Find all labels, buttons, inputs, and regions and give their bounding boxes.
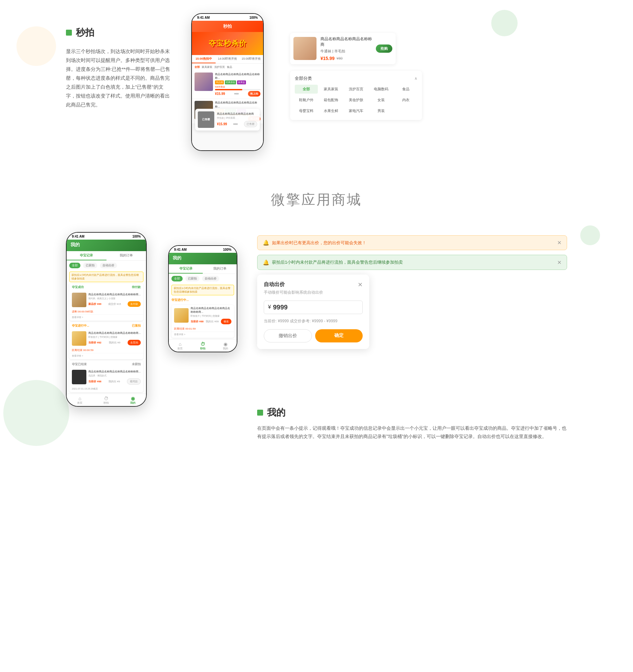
price-new-right: ¥15.99: [321, 56, 335, 61]
cat-food[interactable]: 食品: [227, 65, 232, 69]
cat-item-mens[interactable]: 男装: [370, 106, 393, 115]
bottom-nav-flash-mid[interactable]: ⏱ 秒拍: [191, 341, 214, 350]
divider-title: 微擎应用商城: [271, 192, 362, 207]
btn-modify-mid[interactable]: 修改: [221, 319, 231, 324]
phone-header-flash: 秒拍: [192, 21, 263, 32]
order-body-2: 商品名称商品名称商品名称商品名称称称商... 即食套片 | 节约时间 | 您随缘…: [69, 330, 143, 347]
title-bar-mine: [257, 410, 263, 415]
btn-grab-1[interactable]: 抢上拍: [248, 91, 260, 97]
order-body-3: 商品名称商品名称商品名称商品名称称称商... 流品具 · 潮流款式 当前价 ¥8…: [69, 368, 143, 386]
cat-item-all[interactable]: 全部: [295, 85, 318, 94]
btn-confirm-bid[interactable]: 确定: [315, 329, 362, 342]
product-img-1: [194, 72, 213, 91]
filter-all[interactable]: 全部: [69, 263, 80, 268]
order-countdown-1: 进剩 00:00:59付款: [69, 309, 143, 315]
nav-tab-orders-mid[interactable]: 我的订单: [203, 264, 237, 273]
nav-tab-records[interactable]: 夺宝记录: [67, 251, 107, 260]
order-detail-link-1[interactable]: 查看详情 >: [69, 315, 143, 321]
product-progress-1: [215, 89, 260, 90]
cat-item-fresh[interactable]: 水果生鲜: [320, 106, 343, 115]
dialog-close-icon[interactable]: ✕: [358, 281, 362, 288]
cat-item-food[interactable]: 食品: [394, 85, 417, 94]
section-flash-sale: 秒拍 显示三个秒拍场次，到达场次时间时开始秒杀末到场次时间可以提醒用户。多种类型…: [0, 0, 633, 177]
nav-tab-orders[interactable]: 我的订单: [107, 251, 146, 260]
btn-grab-right[interactable]: 抢购: [376, 45, 392, 53]
order-info-3: 商品名称商品名称商品名称商品名称称称商... 流品具 · 潮流款式 当前价 ¥8…: [88, 370, 141, 385]
order-header-1: 夺宝成功 待付款: [69, 283, 143, 291]
cat-item-womens[interactable]: 女装: [370, 96, 393, 104]
btn-missed-3[interactable]: 看同款: [127, 378, 141, 385]
phone-tabs-row: 15:00热拍中 14:00即将开抢 15:00即将开抢: [192, 55, 263, 64]
input-value[interactable]: 9999: [273, 304, 358, 311]
sold-out-price-row: ¥15.99 ¥80 已售罄: [217, 121, 257, 127]
cat-item-baby[interactable]: 母婴宝料: [295, 106, 318, 115]
sold-out-price-old: ¥80: [233, 123, 238, 125]
status-time-mid: 9:41 AM: [174, 248, 187, 251]
bottom-nav-mine[interactable]: ◉ 我的: [120, 396, 146, 405]
tab-15-upcoming[interactable]: 15:00即将开抢: [239, 55, 263, 63]
cat-item-shoes[interactable]: 鞋靴户外: [295, 96, 318, 104]
order-detail-link-2[interactable]: 查看详情 >: [69, 353, 143, 359]
cat-all[interactable]: 全部: [194, 65, 200, 69]
alert-banner-mid: 获拍后1小时内未付款产品将进行流拍，面具会警告您后继续参加拍卖: [171, 285, 234, 295]
notif-close-2[interactable]: ✕: [557, 259, 561, 266]
bottom-nav-home[interactable]: ⌂ 首页: [67, 396, 93, 405]
bottom-nav-home-label: 首页: [77, 402, 83, 404]
dialog-header: 自动出价 ✕: [264, 281, 362, 288]
product-img-right: [294, 37, 316, 60]
cat-item-underwear[interactable]: 内衣: [394, 96, 417, 104]
bottom-nav-home-mid[interactable]: ⌂ 首页: [169, 341, 191, 350]
status-bar: 9:41 AM 100%: [192, 14, 263, 21]
flash-icon-mid: ⏱: [191, 341, 214, 347]
status-time: 9:41 AM: [197, 16, 210, 20]
nav-tab-records-mid[interactable]: 夺宝记录: [169, 264, 203, 273]
deco-green-1: [3, 380, 69, 446]
order-sub-mid: 即食套片 | 节约时间 | 您随缘: [191, 314, 231, 318]
sold-out-img: 已售罄: [198, 112, 214, 128]
cat-item-furniture[interactable]: 家具家装: [320, 85, 343, 94]
price-row-right: ¥15.99 ¥80: [321, 56, 372, 61]
btn-cancel-bid[interactable]: 撤销出价: [264, 329, 312, 342]
cat-item-bags[interactable]: 箱包配饰: [320, 96, 343, 104]
notif-close-1[interactable]: ✕: [557, 240, 561, 246]
cat-furniture[interactable]: 家具家装: [202, 65, 212, 69]
filter-auto[interactable]: 自动出价: [100, 263, 117, 268]
order-price-3: 当前价 ¥88: [88, 380, 101, 383]
cat-item-beauty[interactable]: 美妆护肤: [345, 96, 368, 104]
order-price-row-3: 当前价 ¥88 我的出 ¥9 看同款: [88, 378, 141, 385]
status-battery: 100%: [249, 16, 258, 20]
category-toggle[interactable]: ∧: [415, 76, 417, 81]
phone-nav-tabs: 夺宝记录 我的订单: [67, 251, 146, 261]
order-card-3: 夺宝已结束 未获拍 商品名称商品名称商品名称商品名称称称商... 流品具 · 潮…: [69, 361, 143, 392]
tab-14-upcoming[interactable]: 14:00即将开抢: [216, 55, 239, 63]
cat-wash[interactable]: 洗护百页: [214, 65, 225, 69]
status-battery-large: 100%: [132, 235, 141, 238]
bottom-nav-mine-mid[interactable]: ◉ 我的: [214, 341, 237, 350]
filter-all-mid[interactable]: 全部: [171, 276, 183, 282]
filter-auto-mid[interactable]: 自动出价: [202, 276, 219, 282]
section-mine: 9:41 AM 100% 我的 夺宝记录 我的订单 全部 已获拍 自动出价 获拍…: [0, 225, 633, 479]
order-detail-mid[interactable]: 查看详情 >: [171, 332, 234, 338]
cat-item-wash[interactable]: 洗护百页: [345, 85, 368, 94]
price-old-1: ¥80: [234, 92, 239, 95]
order-countdown-mid: 距离结束 00:01:59: [171, 326, 234, 332]
cat-item-computer[interactable]: 电脑数码: [370, 85, 393, 94]
phone-mockup-large: 9:41 AM 100% 我的 夺宝记录 我的订单 全部 已获拍 自动出价 获拍…: [66, 232, 147, 407]
btn-sold-out[interactable]: 已售罄: [244, 121, 257, 127]
deco-circle-1: [491, 10, 518, 36]
section-divider: 微擎应用商城: [0, 177, 633, 225]
tab-15-hot[interactable]: 15:00热拍中: [192, 55, 216, 63]
cat-item-appliance[interactable]: 家电汽车: [345, 106, 368, 115]
bottom-nav-flash[interactable]: ⏱ 秒拍: [93, 396, 119, 405]
product-info-right: 商品名称商品名称商品名称称商 牛通袜 | 羊毛拍 ¥15.99 ¥80: [321, 36, 372, 61]
notif-2: 🔔 获拍后1小时内未付款产品将进行流拍，面具会警告您后继续参加拍卖 ✕: [257, 255, 567, 270]
alert-banner-large: 获拍后1小时内未付款产品将进行流拍，面具会警告您后继续参加拍卖: [69, 271, 143, 282]
mine-icon: ◉: [120, 396, 146, 401]
filter-won-mid[interactable]: 已获拍: [185, 276, 200, 282]
dialog-input-row[interactable]: ¥ 9999: [264, 301, 362, 314]
btn-bid-2[interactable]: 去竞拍: [127, 340, 141, 345]
filter-won[interactable]: 已获拍: [83, 263, 97, 268]
btn-pay-1[interactable]: 去付款: [127, 301, 141, 307]
phone-large: 9:41 AM 100% 我的 夺宝记录 我的订单 全部 已获拍 自动出价 获拍…: [66, 232, 151, 407]
tag-quality: 高品感: [215, 80, 224, 85]
